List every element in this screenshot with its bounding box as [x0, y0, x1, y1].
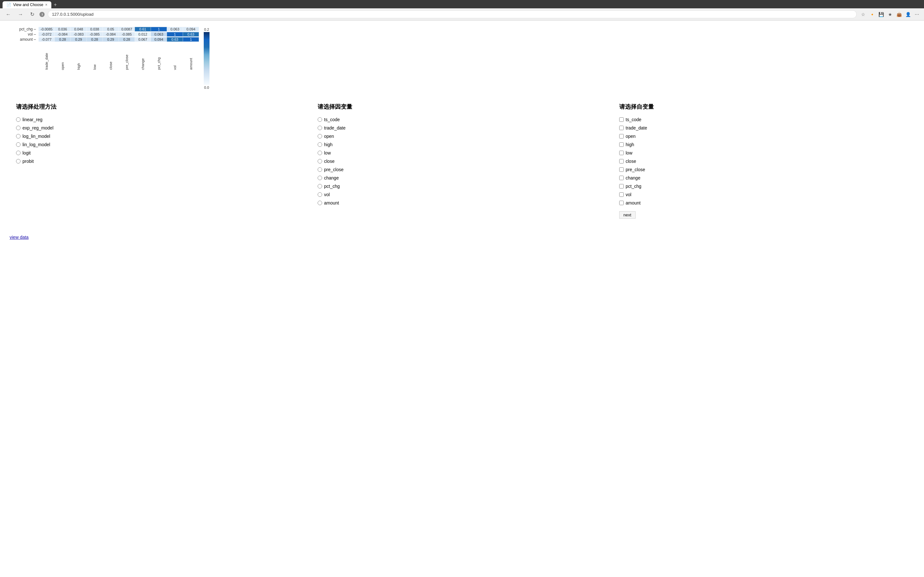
radio-exp-reg-input[interactable] [16, 126, 21, 130]
independent-section: 请选择自变量 ts_code trade_date open high low [613, 103, 914, 219]
cell-0-3: 0.038 [87, 27, 103, 31]
radio-dep-open: open [318, 134, 606, 139]
cell-1-8: 1 [167, 32, 183, 37]
tab-title: View and Choose [13, 3, 43, 7]
radio-dep-amount-input[interactable] [318, 201, 322, 205]
profile-icon[interactable]: 👤 [905, 11, 911, 18]
cb-ind-ts-code: ts_code [619, 117, 908, 122]
cb-ind-vol-input[interactable] [619, 192, 624, 197]
tab-close-button[interactable]: × [45, 3, 47, 7]
cb-ind-change-label: change [626, 175, 640, 181]
cell-1-4: -0.084 [103, 32, 119, 37]
next-button[interactable]: next [619, 211, 636, 219]
cb-ind-pct-chg-input[interactable] [619, 184, 624, 189]
cb-ind-change-input[interactable] [619, 176, 624, 180]
radio-dep-pct-chg-label: pct_chg [324, 184, 340, 189]
cell-0-9: 0.094 [183, 27, 199, 31]
cell-1-2: -0.083 [71, 32, 87, 37]
forward-button[interactable]: → [16, 11, 25, 18]
cb-ind-close-label: close [626, 159, 636, 164]
radio-linear-reg-label: linear_reg [23, 117, 42, 122]
radio-dep-pct-chg-input[interactable] [318, 184, 322, 189]
col-label-high: high [71, 42, 87, 71]
cb-ind-pre-close-input[interactable] [619, 167, 624, 172]
tab-favicon: 📄 [6, 3, 11, 7]
cb-ind-amount-label: amount [626, 200, 641, 205]
radio-log-lin: log_lin_model [16, 134, 305, 139]
cb-ind-amount-input[interactable] [619, 201, 624, 205]
cb-ind-pre-close: pre_close [619, 167, 908, 172]
radio-lin-log-input[interactable] [16, 142, 21, 147]
menu-icon[interactable]: ⋯ [914, 11, 920, 18]
dependent-section: 请选择因变量 ts_code trade_date open high low [311, 103, 613, 219]
view-data-link[interactable]: view data [10, 235, 29, 240]
radio-dep-vol: vol [318, 192, 606, 197]
col-label-amount: amount [183, 42, 199, 71]
cb-ind-pre-close-label: pre_close [626, 167, 645, 172]
cb-ind-high-label: high [626, 142, 634, 147]
radio-dep-high-input[interactable] [318, 142, 322, 147]
colorbar-top-label: 0.2 [204, 27, 209, 31]
radio-dep-close-input[interactable] [318, 159, 322, 163]
radio-probit-input[interactable] [16, 159, 21, 163]
radio-dep-close: close [318, 159, 606, 164]
url-input[interactable] [48, 10, 857, 18]
col-label-vol: vol [167, 42, 183, 71]
back-button[interactable]: ← [4, 11, 13, 18]
radio-dep-open-input[interactable] [318, 134, 322, 139]
cell-1-3: -0.085 [87, 32, 103, 37]
star-icon[interactable]: ★ [887, 11, 893, 18]
new-tab-button[interactable]: + [51, 2, 59, 8]
radio-dep-pre-close-input[interactable] [318, 167, 322, 172]
radio-dep-ts-code-input[interactable] [318, 117, 322, 122]
wallet-icon[interactable]: 👜 [896, 11, 902, 18]
radio-linear-reg: linear_reg [16, 117, 305, 122]
cell-2-1: 0.28 [55, 37, 71, 42]
cell-0-2: 0.048 [71, 27, 87, 31]
radio-lin-log-label: lin_log_model [23, 142, 50, 147]
cell-2-7: 0.094 [151, 37, 167, 42]
cb-ind-trade-date: trade_date [619, 125, 908, 131]
radio-probit: probit [16, 159, 305, 164]
radio-linear-reg-input[interactable] [16, 117, 21, 122]
radio-dep-low-input[interactable] [318, 151, 322, 155]
colorbar-bottom-label: 0.0 [204, 85, 209, 89]
active-tab[interactable]: 📄 View and Choose × [3, 1, 51, 8]
cb-ind-ts-code-input[interactable] [619, 117, 624, 122]
cb-ind-close-input[interactable] [619, 159, 624, 163]
refresh-button[interactable]: ↻ [28, 11, 36, 18]
save-icon[interactable]: 💾 [878, 11, 884, 18]
radio-logit-input[interactable] [16, 151, 21, 155]
radio-log-lin-input[interactable] [16, 134, 21, 139]
radio-dep-ts-code: ts_code [318, 117, 606, 122]
cell-0-7: 1 [151, 27, 167, 31]
radio-dep-close-label: close [324, 159, 334, 164]
bookmark-icon[interactable]: ☆ [860, 11, 866, 18]
radio-dep-trade-date-input[interactable] [318, 126, 322, 130]
cb-ind-open-input[interactable] [619, 134, 624, 139]
colorbar-gradient [204, 32, 210, 85]
cb-ind-low-input[interactable] [619, 151, 624, 155]
cell-0-8: 0.063 [167, 27, 183, 31]
radio-dep-change-input[interactable] [318, 176, 322, 180]
cb-ind-trade-date-input[interactable] [619, 126, 624, 130]
method-title: 请选择处理方法 [16, 103, 305, 111]
row-label-pctchg: pct_chg – [16, 27, 39, 31]
toolbar-icons: ☆ 🔸 💾 ★ 👜 👤 ⋯ [860, 11, 920, 18]
radio-dep-low: low [318, 150, 606, 155]
cell-0-4: 0.05 [103, 27, 119, 31]
radio-lin-log: lin_log_model [16, 142, 305, 147]
cb-ind-open-label: open [626, 134, 636, 139]
cell-1-0: -0.072 [39, 32, 55, 37]
cell-1-6: 0.012 [135, 32, 151, 37]
col-label-close: close [103, 42, 119, 71]
cb-ind-high-input[interactable] [619, 142, 624, 147]
address-bar: ← → ↻ ℹ ☆ 🔸 💾 ★ 👜 👤 ⋯ [0, 8, 924, 21]
radio-dep-change: change [318, 175, 606, 181]
extension-icon[interactable]: 🔸 [869, 11, 875, 18]
cell-1-1: -0.084 [55, 32, 71, 37]
selection-area: 请选择处理方法 linear_reg exp_reg_model log_lin… [10, 103, 914, 219]
radio-dep-vol-input[interactable] [318, 192, 322, 197]
independent-title: 请选择自变量 [619, 103, 908, 111]
radio-probit-label: probit [23, 159, 34, 164]
